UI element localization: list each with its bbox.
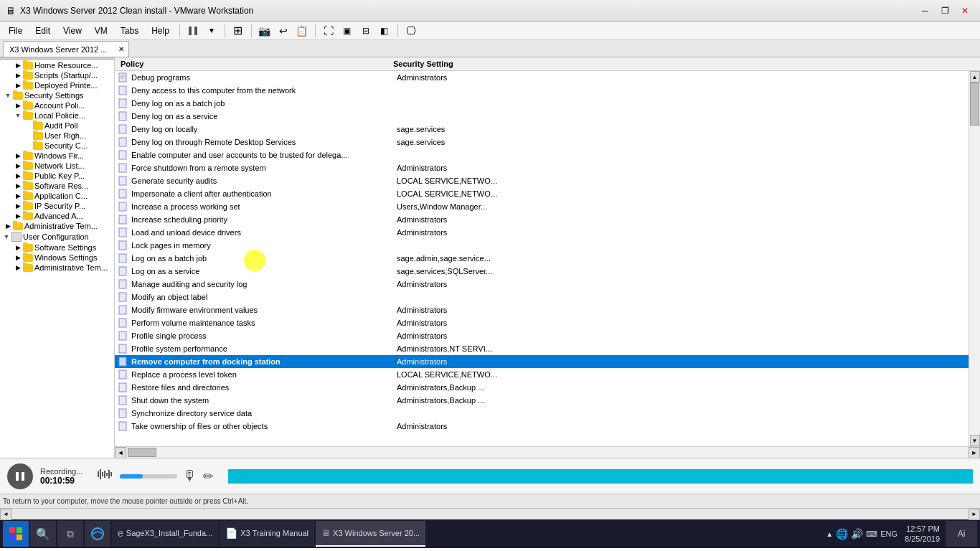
progress-track[interactable]	[120, 474, 177, 479]
search-button[interactable]: 🔍	[30, 521, 56, 547]
policy-row-deny-locally[interactable]: Deny log on locally sage.services	[115, 123, 969, 136]
menu-edit[interactable]: Edit	[29, 24, 56, 38]
maximize-button[interactable]: ❐	[936, 3, 954, 19]
policy-row-increase-working-set[interactable]: Increase a process working set Users,Win…	[115, 200, 969, 213]
hscroll-right-button[interactable]: ►	[969, 447, 980, 458]
tree-item-deployed[interactable]: ▶ Deployed Printe...	[0, 80, 114, 90]
horizontal-scrollbar[interactable]: ◄ ►	[115, 446, 980, 458]
policy-row-impersonate[interactable]: Impersonate a client after authenticatio…	[115, 187, 969, 200]
policy-row-remove-docking[interactable]: Remove computer from docking station Adm…	[115, 355, 969, 368]
tree-item-advanced-audit[interactable]: ▶ Advanced A...	[0, 211, 114, 221]
policy-row-profile-single[interactable]: Profile single process Administrators	[115, 329, 969, 342]
taskbar-app-x3windows[interactable]: 🖥 X3 Windows Server 20...	[316, 521, 425, 547]
tab-close-icon[interactable]: ✕	[118, 45, 124, 53]
policy-row-replace-token[interactable]: Replace a process level token LOCAL SERV…	[115, 368, 969, 381]
minimize-button[interactable]: ─	[915, 3, 934, 19]
policy-row-sync-directory[interactable]: Synchronize directory service data	[115, 407, 969, 420]
policy-row-deny-rds[interactable]: Deny log on through Remote Desktop Servi…	[115, 136, 969, 149]
tree-item-local-policies[interactable]: ▼ Local Policie...	[0, 110, 114, 121]
policy-row-restore-files[interactable]: Restore files and directories Administra…	[115, 381, 969, 394]
policy-row-deny-service[interactable]: Deny log on as a service	[115, 110, 969, 123]
policy-row-load-drivers[interactable]: Load and unload device drivers Administr…	[115, 226, 969, 239]
policy-row-increase-priority[interactable]: Increase scheduling priority Administrat…	[115, 213, 969, 226]
bottom-right-button[interactable]: ►	[969, 509, 980, 520]
policy-row-deny-batch[interactable]: Deny log on as a batch job	[115, 97, 969, 110]
ai-button[interactable]: Ai	[946, 521, 977, 547]
task-view-button[interactable]: ⧉	[57, 521, 83, 547]
policy-icon	[118, 357, 129, 367]
tree-item-security-options[interactable]: ▶ Security C...	[0, 141, 114, 151]
menu-tabs[interactable]: Tabs	[115, 24, 144, 38]
waveform-icon[interactable]	[97, 466, 114, 486]
policy-row-profile-system[interactable]: Profile system performance Administrator…	[115, 342, 969, 355]
tree-item-user-rights[interactable]: ▶ User Righ...	[0, 131, 114, 141]
tree-item-public-key[interactable]: ▶ Public Key P...	[0, 171, 114, 181]
taskbar-app-training[interactable]: 📄 X3 Training Manual	[220, 521, 314, 547]
tree-item-software-settings[interactable]: ▶ Software Settings	[0, 242, 114, 253]
policy-value: Administrators	[397, 357, 966, 366]
scroll-down-button[interactable]: ▼	[970, 435, 980, 446]
toolbar-pause-icon[interactable]	[184, 22, 202, 39]
policy-row-logon-service[interactable]: Log on as a service sage.services,SQLSer…	[115, 265, 969, 278]
tree-item-home-resource[interactable]: ▶ Home Resource...	[0, 60, 114, 70]
bottom-left-button[interactable]: ◄	[0, 509, 11, 520]
policy-row-enable-trusted[interactable]: Enable computer and user accounts to be …	[115, 149, 969, 161]
tree-item-windows-firewall[interactable]: ▶ Windows Fir...	[0, 151, 114, 161]
tree-item-scripts[interactable]: ▶ Scripts (Startup/...	[0, 70, 114, 80]
policy-row-deny-access[interactable]: Deny access to this computer from the ne…	[115, 84, 969, 97]
policy-row-manage-audit[interactable]: Manage auditing and security log Adminis…	[115, 278, 969, 291]
policy-row-shutdown[interactable]: Shut down the system Administrators,Back…	[115, 394, 969, 407]
policy-row-lock-pages[interactable]: Lock pages in memory	[115, 239, 969, 252]
start-button[interactable]	[3, 521, 29, 547]
policy-row-take-ownership[interactable]: Take ownership of files or other objects…	[115, 420, 969, 433]
vertical-scrollbar[interactable]: ▲ ▼	[969, 71, 980, 446]
tree-item-ip-security[interactable]: ▶ IP Security P...	[0, 201, 114, 211]
clock[interactable]: 12:57 PM 8/25/2019	[905, 524, 944, 545]
taskbar-app-sagex3[interactable]: e SageX3_Install_Funda...	[112, 521, 218, 547]
toolbar-view-icon[interactable]: 🖵	[402, 22, 420, 39]
policy-row-logon-batch[interactable]: Log on as a batch job sage.admin,sage.se…	[115, 252, 969, 265]
policy-row-modify-object[interactable]: Modify an object label	[115, 291, 969, 303]
toolbar-full-screen-icon[interactable]: ⛶	[320, 22, 337, 39]
toolbar-manage-snapshots-icon[interactable]: 📋	[293, 22, 311, 39]
tree-item-security-settings[interactable]: ▼ Security Settings	[0, 90, 114, 100]
tab-x3-windows[interactable]: X3 Windows Server 2012 ... ✕	[3, 41, 129, 57]
toolbar-dropdown-icon[interactable]: ▼	[203, 22, 220, 39]
bottom-hscroll[interactable]: ◄ ►	[0, 508, 980, 519]
tree-item-audit-policy[interactable]: ▶ Audit Poll	[0, 121, 114, 131]
tray-chevron[interactable]: ▲	[826, 530, 833, 538]
menu-file[interactable]: File	[3, 24, 28, 38]
toolbar-revert-icon[interactable]: ↩	[275, 22, 292, 39]
policy-row-generate-audits[interactable]: Generate security audits LOCAL SERVICE,N…	[115, 174, 969, 187]
hscroll-thumb[interactable]	[128, 448, 156, 457]
edge-browser-button[interactable]	[85, 521, 110, 547]
policy-row-force-shutdown[interactable]: Force shutdown from a remote system Admi…	[115, 161, 969, 174]
menu-vm[interactable]: VM	[89, 24, 113, 38]
tree-item-admin-templates-user[interactable]: ▶ Administrative Tem...	[0, 263, 114, 273]
tree-item-windows-settings[interactable]: ▶ Windows Settings	[0, 253, 114, 263]
tree-item-software-restriction[interactable]: ▶ Software Res...	[0, 181, 114, 191]
microphone-icon[interactable]: 🎙	[183, 468, 197, 484]
toolbar-split-view-icon[interactable]: ⊟	[357, 22, 374, 39]
tree-item-admin-templates-computer[interactable]: ▶ Administrative Tem...	[0, 221, 114, 231]
toolbar-send-ctrl-alt-del-icon[interactable]: ⊞	[230, 22, 247, 39]
scroll-thumb[interactable]	[970, 83, 979, 126]
menu-help[interactable]: Help	[146, 24, 175, 38]
toolbar-snapshot-icon[interactable]: 📷	[256, 22, 273, 39]
menu-view[interactable]: View	[57, 24, 88, 38]
toolbar-unity-icon[interactable]: ▣	[339, 22, 356, 39]
tree-item-account-policy[interactable]: ▶ Account Poli...	[0, 100, 114, 110]
hscroll-left-button[interactable]: ◄	[115, 447, 126, 458]
toolbar-console-icon[interactable]: ◧	[376, 22, 393, 39]
tree-item-user-config[interactable]: ▼ User Configuration	[0, 231, 114, 242]
policy-row-debug[interactable]: Debug programs Administrators	[115, 71, 969, 84]
scroll-up-button[interactable]: ▲	[970, 71, 980, 83]
tree-item-application-control[interactable]: ▶ Application C...	[0, 191, 114, 201]
close-button[interactable]: ✕	[956, 3, 974, 19]
window-controls[interactable]: ─ ❐ ✕	[915, 3, 974, 19]
policy-row-modify-firmware[interactable]: Modify firmware environment values Admin…	[115, 303, 969, 316]
policy-row-perform-volume[interactable]: Perform volume maintenance tasks Adminis…	[115, 316, 969, 329]
pause-button[interactable]	[7, 463, 33, 489]
pen-icon[interactable]: ✏	[203, 468, 214, 484]
tree-item-network-list[interactable]: ▶ Network List...	[0, 161, 114, 171]
